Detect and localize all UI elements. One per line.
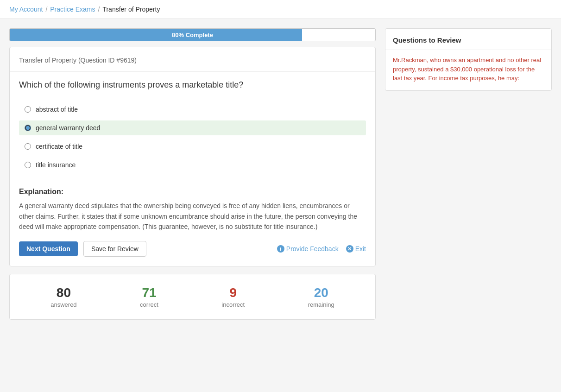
stat-remaining-value: 20 (308, 285, 334, 300)
provide-feedback-link[interactable]: i Provide Feedback (277, 245, 339, 253)
practice-exams-link[interactable]: Practice Exams (50, 6, 95, 13)
review-card: Questions to Review Mr.Rackman, who owns… (385, 28, 552, 91)
action-right: i Provide Feedback ✕ Exit (277, 245, 366, 253)
exit-label: Exit (355, 245, 366, 253)
header-divider (10, 71, 375, 72)
option-2[interactable]: general warranty deed (19, 120, 366, 135)
stat-answered: 80 answered (50, 285, 76, 308)
x-icon: ✕ (346, 245, 353, 253)
current-page-label: Transfer of Property (102, 6, 160, 13)
info-icon: i (277, 245, 284, 253)
option-3-radio[interactable] (25, 143, 31, 150)
stat-remaining-label: remaining (308, 301, 334, 308)
option-3-label[interactable]: certificate of title (36, 143, 82, 150)
question-text: Which of the following instruments prove… (19, 79, 366, 91)
stat-incorrect-label: incorrect (221, 301, 245, 308)
option-2-radio[interactable] (25, 125, 31, 131)
explanation-title: Explanation: (19, 188, 366, 196)
separator1: / (45, 6, 47, 13)
explanation-text: A general warranty deed stipulates that … (19, 201, 366, 232)
next-question-button[interactable]: Next Question (19, 241, 78, 256)
left-panel: 80% Complete Transfer of Property (Quest… (9, 28, 376, 320)
option-4-radio[interactable] (25, 162, 31, 168)
question-title: Transfer of Property (19, 57, 76, 64)
option-1[interactable]: abstract of title (19, 102, 366, 117)
option-3[interactable]: certificate of title (19, 139, 366, 154)
question-id: (Question ID #9619) (78, 57, 137, 64)
stat-answered-value: 80 (50, 285, 76, 300)
review-divider (385, 50, 551, 50)
stat-correct-value: 71 (140, 285, 158, 300)
option-2-label[interactable]: general warranty deed (36, 124, 100, 132)
question-card: Transfer of Property (Question ID #9619)… (9, 47, 376, 266)
option-4-label[interactable]: title insurance (36, 161, 76, 169)
option-1-label[interactable]: abstract of title (36, 106, 78, 113)
breadcrumb: My Account / Practice Exams / Transfer o… (0, 0, 561, 19)
stat-incorrect-value: 9 (221, 285, 245, 300)
provide-feedback-label: Provide Feedback (286, 245, 339, 253)
explanation-divider (10, 180, 375, 180)
progress-bar-fill (10, 29, 302, 41)
right-panel: Questions to Review Mr.Rackman, who owns… (385, 28, 552, 320)
exit-link[interactable]: ✕ Exit (346, 245, 366, 253)
answer-options: abstract of title general warranty deed … (19, 102, 366, 172)
explanation-section: Explanation: A general warranty deed sti… (19, 188, 366, 232)
separator2: / (98, 6, 100, 13)
stat-correct: 71 correct (140, 285, 158, 308)
save-for-review-button[interactable]: Save for Review (83, 241, 146, 257)
stat-incorrect: 9 incorrect (221, 285, 245, 308)
stat-remaining: 20 remaining (308, 285, 334, 308)
question-header: Transfer of Property (Question ID #9619) (19, 57, 366, 64)
stats-card: 80 answered 71 correct 9 incorrect 20 re… (9, 274, 376, 320)
option-1-radio[interactable] (25, 106, 31, 113)
review-panel-title: Questions to Review (393, 36, 544, 44)
action-bar: Next Question Save for Review i Provide … (19, 241, 366, 257)
stat-answered-label: answered (50, 301, 76, 308)
review-panel-text: Mr.Rackman, who owns an apartment and no… (393, 56, 544, 83)
option-4[interactable]: title insurance (19, 158, 366, 172)
progress-bar-container: 80% Complete (9, 28, 376, 41)
stat-correct-label: correct (140, 301, 158, 308)
progress-label: 80% Complete (172, 32, 213, 38)
my-account-link[interactable]: My Account (9, 6, 43, 13)
